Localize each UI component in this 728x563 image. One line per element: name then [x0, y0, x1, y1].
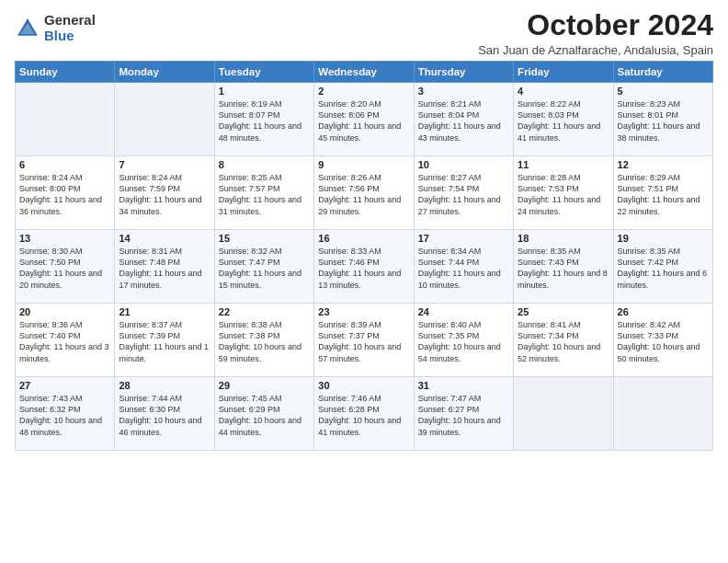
calendar-cell: 3Sunrise: 8:21 AM Sunset: 8:04 PM Daylig… [414, 83, 513, 156]
day-number: 3 [418, 86, 509, 97]
calendar-cell [514, 377, 613, 451]
logo: General Blue [15, 13, 96, 43]
day-info: Sunrise: 8:40 AM Sunset: 7:35 PM Dayligh… [418, 319, 509, 364]
col-friday: Friday [514, 62, 613, 83]
calendar-cell: 8Sunrise: 8:25 AM Sunset: 7:57 PM Daylig… [214, 156, 313, 230]
calendar-cell: 13Sunrise: 8:30 AM Sunset: 7:50 PM Dayli… [16, 230, 115, 304]
day-number: 16 [318, 233, 409, 244]
calendar-cell: 14Sunrise: 8:31 AM Sunset: 7:48 PM Dayli… [115, 230, 214, 304]
day-info: Sunrise: 8:20 AM Sunset: 8:06 PM Dayligh… [318, 98, 409, 144]
calendar-cell: 11Sunrise: 8:28 AM Sunset: 7:53 PM Dayli… [514, 156, 613, 230]
calendar-cell: 26Sunrise: 8:42 AM Sunset: 7:33 PM Dayli… [613, 304, 712, 377]
header: General Blue October 2024 San Juan de Az… [15, 9, 713, 57]
calendar-cell: 28Sunrise: 7:44 AM Sunset: 6:30 PM Dayli… [115, 377, 214, 451]
day-number: 19 [618, 233, 709, 244]
title-block: October 2024 San Juan de Aznalfarache, A… [478, 9, 713, 57]
day-number: 11 [518, 159, 609, 170]
day-number: 29 [219, 380, 310, 391]
calendar-cell: 30Sunrise: 7:46 AM Sunset: 6:28 PM Dayli… [314, 377, 414, 451]
day-number: 20 [19, 306, 110, 317]
calendar-cell: 9Sunrise: 8:26 AM Sunset: 7:56 PM Daylig… [314, 156, 414, 230]
calendar-cell: 18Sunrise: 8:35 AM Sunset: 7:43 PM Dayli… [514, 230, 613, 304]
calendar-cell: 21Sunrise: 8:37 AM Sunset: 7:39 PM Dayli… [115, 304, 214, 377]
day-number: 15 [219, 233, 310, 244]
logo-icon [15, 16, 40, 41]
day-info: Sunrise: 8:39 AM Sunset: 7:37 PM Dayligh… [318, 319, 409, 364]
calendar-body: 1Sunrise: 8:19 AM Sunset: 8:07 PM Daylig… [16, 83, 713, 451]
day-number: 6 [19, 159, 110, 170]
day-number: 26 [618, 306, 709, 317]
day-info: Sunrise: 8:35 AM Sunset: 7:42 PM Dayligh… [618, 246, 709, 291]
calendar-week-4: 20Sunrise: 8:36 AM Sunset: 7:40 PM Dayli… [16, 304, 713, 377]
day-info: Sunrise: 7:46 AM Sunset: 6:28 PM Dayligh… [318, 393, 409, 438]
day-info: Sunrise: 7:43 AM Sunset: 6:32 PM Dayligh… [19, 393, 110, 438]
calendar-cell: 16Sunrise: 8:33 AM Sunset: 7:46 PM Dayli… [314, 230, 414, 304]
calendar-page: General Blue October 2024 San Juan de Az… [0, 0, 728, 563]
calendar-cell: 1Sunrise: 8:19 AM Sunset: 8:07 PM Daylig… [214, 83, 313, 156]
col-sunday: Sunday [16, 62, 115, 83]
day-info: Sunrise: 8:32 AM Sunset: 7:47 PM Dayligh… [219, 246, 310, 291]
day-info: Sunrise: 8:19 AM Sunset: 8:07 PM Dayligh… [219, 98, 310, 144]
calendar-week-5: 27Sunrise: 7:43 AM Sunset: 6:32 PM Dayli… [16, 377, 713, 451]
day-number: 24 [418, 306, 509, 317]
calendar-cell: 19Sunrise: 8:35 AM Sunset: 7:42 PM Dayli… [613, 230, 712, 304]
logo-text: General Blue [44, 13, 96, 43]
calendar-header: Sunday Monday Tuesday Wednesday Thursday… [16, 62, 713, 83]
calendar-cell: 2Sunrise: 8:20 AM Sunset: 8:06 PM Daylig… [314, 83, 414, 156]
day-number: 13 [19, 233, 110, 244]
calendar-week-2: 6Sunrise: 8:24 AM Sunset: 8:00 PM Daylig… [16, 156, 713, 230]
day-number: 14 [119, 233, 210, 244]
day-info: Sunrise: 8:34 AM Sunset: 7:44 PM Dayligh… [418, 246, 509, 291]
calendar-cell: 5Sunrise: 8:23 AM Sunset: 8:01 PM Daylig… [613, 83, 712, 156]
day-number: 21 [119, 306, 210, 317]
day-info: Sunrise: 8:36 AM Sunset: 7:40 PM Dayligh… [19, 319, 110, 364]
calendar-week-3: 13Sunrise: 8:30 AM Sunset: 7:50 PM Dayli… [16, 230, 713, 304]
day-info: Sunrise: 8:42 AM Sunset: 7:33 PM Dayligh… [618, 319, 709, 364]
day-number: 9 [318, 159, 409, 170]
calendar-cell: 15Sunrise: 8:32 AM Sunset: 7:47 PM Dayli… [214, 230, 313, 304]
day-info: Sunrise: 7:44 AM Sunset: 6:30 PM Dayligh… [119, 393, 210, 438]
calendar-cell: 27Sunrise: 7:43 AM Sunset: 6:32 PM Dayli… [16, 377, 115, 451]
day-info: Sunrise: 8:31 AM Sunset: 7:48 PM Dayligh… [119, 246, 210, 291]
day-number: 25 [518, 306, 609, 317]
day-number: 27 [19, 380, 110, 391]
day-info: Sunrise: 8:23 AM Sunset: 8:01 PM Dayligh… [618, 98, 709, 144]
day-number: 10 [418, 159, 509, 170]
day-info: Sunrise: 8:33 AM Sunset: 7:46 PM Dayligh… [318, 246, 409, 291]
col-tuesday: Tuesday [214, 62, 313, 83]
day-number: 4 [518, 86, 609, 97]
calendar-cell [115, 83, 214, 156]
day-number: 30 [318, 380, 409, 391]
day-info: Sunrise: 8:30 AM Sunset: 7:50 PM Dayligh… [19, 246, 110, 291]
day-number: 8 [219, 159, 310, 170]
calendar-week-1: 1Sunrise: 8:19 AM Sunset: 8:07 PM Daylig… [16, 83, 713, 156]
day-info: Sunrise: 8:37 AM Sunset: 7:39 PM Dayligh… [119, 319, 210, 364]
day-info: Sunrise: 8:22 AM Sunset: 8:03 PM Dayligh… [518, 98, 609, 144]
day-info: Sunrise: 8:24 AM Sunset: 8:00 PM Dayligh… [19, 172, 110, 217]
logo-general: General [44, 13, 96, 29]
calendar-cell: 7Sunrise: 8:24 AM Sunset: 7:59 PM Daylig… [115, 156, 214, 230]
day-info: Sunrise: 7:45 AM Sunset: 6:29 PM Dayligh… [219, 393, 310, 438]
col-monday: Monday [115, 62, 214, 83]
day-info: Sunrise: 8:21 AM Sunset: 8:04 PM Dayligh… [418, 98, 509, 144]
day-number: 2 [318, 86, 409, 97]
calendar-cell: 20Sunrise: 8:36 AM Sunset: 7:40 PM Dayli… [16, 304, 115, 377]
col-saturday: Saturday [613, 62, 712, 83]
col-thursday: Thursday [414, 62, 513, 83]
day-info: Sunrise: 8:26 AM Sunset: 7:56 PM Dayligh… [318, 172, 409, 217]
day-number: 12 [618, 159, 709, 170]
logo-blue: Blue [44, 29, 96, 44]
day-number: 17 [418, 233, 509, 244]
day-number: 31 [418, 380, 509, 391]
month-title: October 2024 [478, 9, 713, 41]
day-info: Sunrise: 8:25 AM Sunset: 7:57 PM Dayligh… [219, 172, 310, 217]
calendar-cell: 10Sunrise: 8:27 AM Sunset: 7:54 PM Dayli… [414, 156, 513, 230]
day-info: Sunrise: 8:38 AM Sunset: 7:38 PM Dayligh… [219, 319, 310, 364]
day-number: 23 [318, 306, 409, 317]
day-info: Sunrise: 8:29 AM Sunset: 7:51 PM Dayligh… [618, 172, 709, 217]
day-number: 18 [518, 233, 609, 244]
day-number: 22 [219, 306, 310, 317]
calendar-cell: 17Sunrise: 8:34 AM Sunset: 7:44 PM Dayli… [414, 230, 513, 304]
day-number: 7 [119, 159, 210, 170]
location-subtitle: San Juan de Aznalfarache, Andalusia, Spa… [478, 43, 713, 57]
